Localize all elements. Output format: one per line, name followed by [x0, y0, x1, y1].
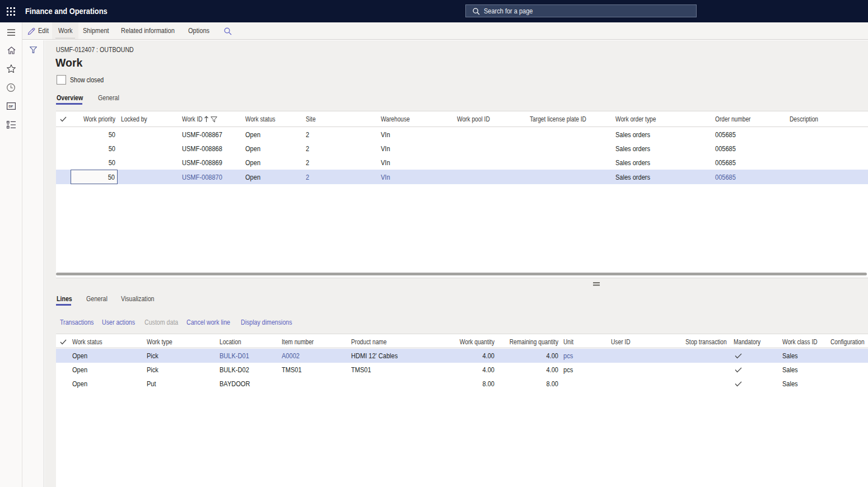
- svg-text:DF: DF: [8, 105, 13, 108]
